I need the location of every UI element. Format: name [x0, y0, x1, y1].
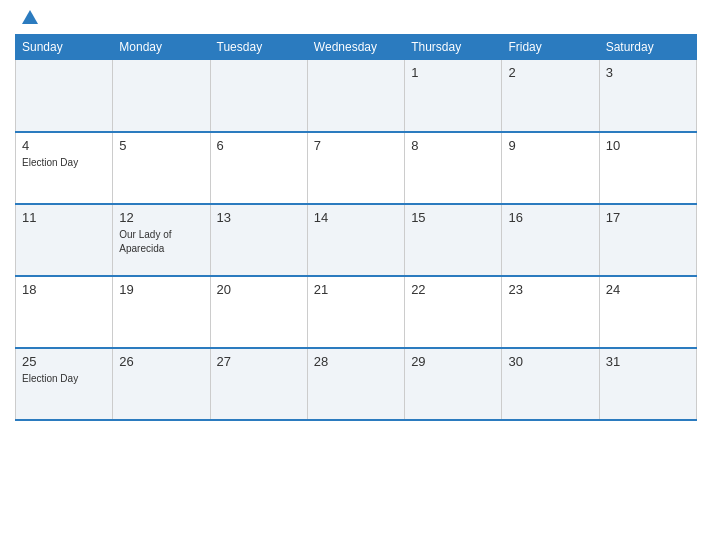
calendar-day-cell: 4Election Day [16, 132, 113, 204]
weekday-header-wednesday: Wednesday [307, 35, 404, 60]
day-number: 8 [411, 138, 495, 153]
calendar-day-cell: 5 [113, 132, 210, 204]
day-number: 31 [606, 354, 690, 369]
calendar-day-cell: 17 [599, 204, 696, 276]
weekday-header-sunday: Sunday [16, 35, 113, 60]
calendar-day-cell: 6 [210, 132, 307, 204]
calendar-day-cell: 16 [502, 204, 599, 276]
day-number: 23 [508, 282, 592, 297]
calendar-day-cell: 22 [405, 276, 502, 348]
event-label: Our Lady of Aparecida [119, 229, 171, 254]
day-number: 10 [606, 138, 690, 153]
day-number: 4 [22, 138, 106, 153]
event-label: Election Day [22, 157, 78, 168]
day-number: 12 [119, 210, 203, 225]
weekday-header-friday: Friday [502, 35, 599, 60]
logo-triangle-icon [22, 10, 38, 24]
calendar-day-cell: 3 [599, 60, 696, 132]
calendar-week-row: 4Election Day5678910 [16, 132, 697, 204]
weekday-header-saturday: Saturday [599, 35, 696, 60]
calendar-day-cell: 1 [405, 60, 502, 132]
day-number: 16 [508, 210, 592, 225]
calendar-day-cell [113, 60, 210, 132]
day-number: 19 [119, 282, 203, 297]
day-number: 27 [217, 354, 301, 369]
calendar-day-cell [307, 60, 404, 132]
day-number: 26 [119, 354, 203, 369]
day-number: 6 [217, 138, 301, 153]
logo [20, 10, 38, 26]
day-number: 7 [314, 138, 398, 153]
calendar-day-cell: 8 [405, 132, 502, 204]
day-number: 22 [411, 282, 495, 297]
calendar-day-cell: 21 [307, 276, 404, 348]
calendar-day-cell: 24 [599, 276, 696, 348]
calendar-container: SundayMondayTuesdayWednesdayThursdayFrid… [0, 0, 712, 550]
day-number: 14 [314, 210, 398, 225]
calendar-week-row: 123 [16, 60, 697, 132]
calendar-day-cell: 31 [599, 348, 696, 420]
calendar-day-cell: 23 [502, 276, 599, 348]
day-number: 29 [411, 354, 495, 369]
calendar-day-cell: 14 [307, 204, 404, 276]
day-number: 17 [606, 210, 690, 225]
day-number: 24 [606, 282, 690, 297]
calendar-day-cell [210, 60, 307, 132]
calendar-day-cell: 13 [210, 204, 307, 276]
calendar-day-cell: 26 [113, 348, 210, 420]
day-number: 5 [119, 138, 203, 153]
calendar-week-row: 18192021222324 [16, 276, 697, 348]
calendar-day-cell: 30 [502, 348, 599, 420]
calendar-day-cell: 11 [16, 204, 113, 276]
calendar-day-cell: 7 [307, 132, 404, 204]
calendar-week-row: 1112Our Lady of Aparecida1314151617 [16, 204, 697, 276]
day-number: 11 [22, 210, 106, 225]
calendar-day-cell: 12Our Lady of Aparecida [113, 204, 210, 276]
calendar-day-cell: 10 [599, 132, 696, 204]
day-number: 18 [22, 282, 106, 297]
weekday-header-monday: Monday [113, 35, 210, 60]
day-number: 3 [606, 65, 690, 80]
calendar-day-cell: 29 [405, 348, 502, 420]
day-number: 2 [508, 65, 592, 80]
calendar-day-cell: 28 [307, 348, 404, 420]
calendar-table: SundayMondayTuesdayWednesdayThursdayFrid… [15, 34, 697, 421]
calendar-header-row: SundayMondayTuesdayWednesdayThursdayFrid… [16, 35, 697, 60]
calendar-day-cell: 2 [502, 60, 599, 132]
calendar-day-cell: 9 [502, 132, 599, 204]
calendar-day-cell [16, 60, 113, 132]
calendar-day-cell: 25Election Day [16, 348, 113, 420]
event-label: Election Day [22, 373, 78, 384]
calendar-day-cell: 19 [113, 276, 210, 348]
day-number: 15 [411, 210, 495, 225]
day-number: 9 [508, 138, 592, 153]
day-number: 25 [22, 354, 106, 369]
day-number: 28 [314, 354, 398, 369]
calendar-header [15, 10, 697, 26]
day-number: 30 [508, 354, 592, 369]
calendar-day-cell: 18 [16, 276, 113, 348]
weekday-header-thursday: Thursday [405, 35, 502, 60]
weekday-header-tuesday: Tuesday [210, 35, 307, 60]
day-number: 13 [217, 210, 301, 225]
calendar-day-cell: 27 [210, 348, 307, 420]
day-number: 1 [411, 65, 495, 80]
calendar-week-row: 25Election Day262728293031 [16, 348, 697, 420]
calendar-day-cell: 15 [405, 204, 502, 276]
day-number: 20 [217, 282, 301, 297]
day-number: 21 [314, 282, 398, 297]
calendar-day-cell: 20 [210, 276, 307, 348]
